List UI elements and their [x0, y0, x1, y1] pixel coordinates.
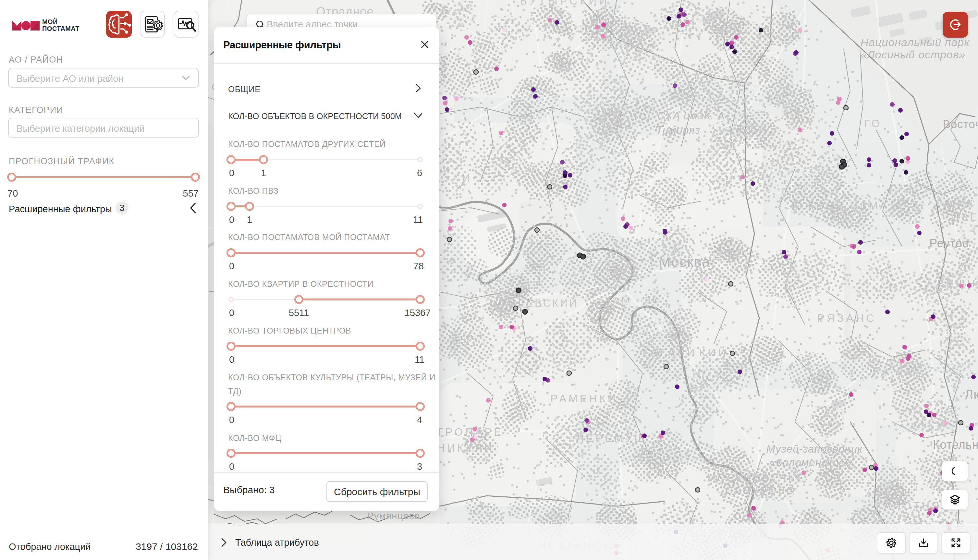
svg-text:Котельники: Котельники — [933, 438, 978, 451]
svg-text:Лю: Лю — [965, 387, 978, 402]
svg-text:Румянцево: Румянцево — [367, 510, 420, 521]
svg-text:Восточн: Восточн — [943, 118, 978, 130]
svg-text:Национальный парк: Национальный парк — [861, 36, 970, 48]
svg-text:ГО: ГО — [864, 117, 882, 130]
svg-text:«Лосиный остров»: «Лосиный остров» — [861, 48, 965, 61]
